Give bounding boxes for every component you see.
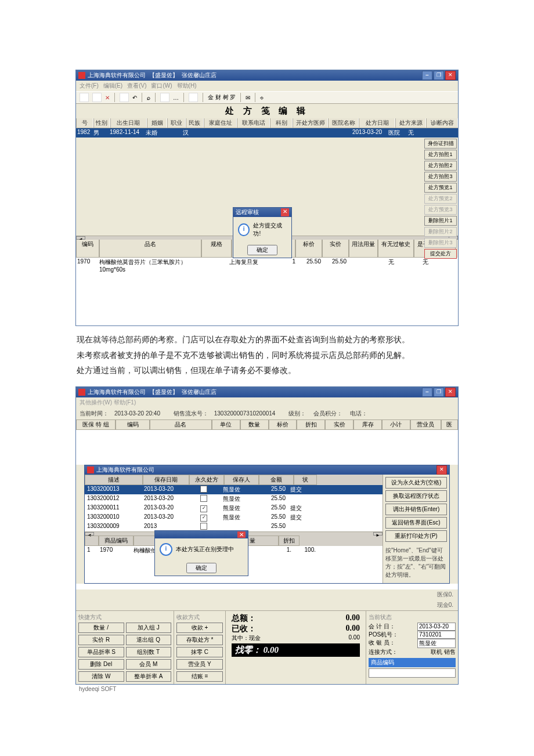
doc-icon[interactable] — [80, 93, 89, 102]
side-button[interactable]: 处方拍照1 — [424, 150, 457, 160]
barcode-input[interactable] — [369, 668, 456, 678]
list-item[interactable]: 13032000122013-03-20熊显佐25.50 — [85, 494, 383, 504]
menubar[interactable]: 文件(F)编辑(E)查看(V)窗口(W)帮助(H) — [76, 81, 458, 91]
col-header: 描述 — [85, 475, 143, 485]
col-header — [85, 536, 99, 546]
quick-button[interactable]: 会员 M — [126, 659, 172, 670]
quick-button[interactable]: 结账 = — [176, 671, 223, 682]
side-button[interactable]: 处方拍照2 — [424, 161, 457, 171]
dialog-close-icon[interactable]: ✕ — [237, 531, 246, 538]
quick-button[interactable]: 删除 Del — [78, 659, 124, 670]
titlebar-1: 上海海典软件有限公司 【盛显佐】 张佐馨山庄店 ‒ ❐ ✕ — [76, 70, 458, 81]
col-header: 金额 — [259, 475, 294, 485]
side-button[interactable]: 处方预览1 — [424, 183, 457, 193]
inner-close-icon[interactable]: ✕ — [436, 465, 447, 475]
title-bracket: 【盛显佐】 — [149, 71, 178, 79]
col-header: 永久处方 — [189, 475, 224, 485]
col-header: 标价 — [269, 419, 297, 430]
col-header: 有无过敏史 — [378, 240, 414, 258]
col-header: 编码 — [76, 240, 99, 258]
side-buttons: 身份证扫描处方拍照1处方拍照2处方拍照3处方预览1处方预览2处方预览3删除照片1… — [424, 139, 457, 259]
col-header: 科别 — [270, 118, 293, 128]
app-title: 上海海典软件有限公司 — [88, 71, 146, 79]
quick-button[interactable]: 单品折率 S — [78, 647, 124, 657]
col-header: 医院名称 — [328, 118, 359, 128]
col-header: 号 — [76, 118, 93, 128]
infoline: 当前时间：2013-03-20 20:40 销售流水号：130320000731… — [76, 408, 458, 419]
quick-button[interactable]: 收款 + — [176, 623, 223, 633]
quick-button[interactable]: 清除 W — [78, 671, 124, 682]
chart-icon[interactable] — [189, 93, 198, 102]
col-header: 家庭住址 — [204, 118, 237, 128]
col-header: 保存日期 — [143, 475, 189, 485]
col-header: 品名 — [150, 419, 212, 430]
action-button[interactable]: 换取远程医疗状态 — [385, 490, 447, 502]
col-header: 出生日期 — [110, 118, 147, 128]
col-header: 用法用量 — [349, 240, 378, 258]
quick-button[interactable]: 数量 / — [78, 623, 124, 633]
info-icon: i — [160, 543, 172, 556]
restore-button[interactable]: ❐ — [434, 388, 444, 397]
col-header: 诊断内容 — [426, 118, 458, 128]
quick-button[interactable]: 整单折率 A — [126, 671, 172, 682]
col-header: 库存 — [353, 419, 382, 430]
col-header: 状 — [294, 475, 317, 485]
titlebar-2: 上海海典软件有限公司 【盛显佐】 张佐馨山庄店 ‒ ❐ ✕ — [76, 387, 458, 397]
col-header: 品名 — [99, 240, 201, 258]
side-button[interactable]: 删除照片3 — [424, 238, 457, 248]
save-icon[interactable] — [120, 93, 129, 102]
min-button[interactable]: ‒ — [422, 388, 432, 397]
col-header: 职业 — [167, 118, 185, 128]
col-header: 编码 — [116, 419, 150, 430]
dialog-close-icon[interactable]: ✕ — [281, 208, 289, 216]
menubar-2[interactable]: 其他操作(W) 帮助(F1) — [76, 397, 458, 408]
close-button[interactable]: ✕ — [445, 388, 456, 397]
toolbar[interactable]: ✕ ↶ ⌕ … 金 财 树 罗 ✉ ⎆ — [76, 91, 458, 104]
close-button[interactable]: ✕ — [445, 71, 456, 80]
window-pos: 上海海典软件有限公司 【盛显佐】 张佐馨山庄店 ‒ ❐ ✕ 其他操作(W) 帮助… — [75, 386, 459, 685]
min-button[interactable]: ‒ — [422, 71, 432, 80]
action-button[interactable]: 调出并销售(Enter) — [385, 504, 447, 515]
col-header: 标价 — [295, 240, 322, 258]
col-header: 规格 — [201, 240, 232, 258]
action-button[interactable]: 重新打印处方(P) — [385, 530, 447, 542]
side-button[interactable]: 处方预览2 — [424, 194, 457, 204]
window-rx-editor: 上海海典软件有限公司 【盛显佐】 张佐馨山庄店 ‒ ❐ ✕ 文件(F)编辑(E)… — [75, 70, 459, 326]
print-icon[interactable] — [160, 93, 169, 102]
side-button[interactable]: 处方预览3 — [424, 205, 457, 215]
col-header: 实价 — [325, 419, 353, 430]
dialog-processing: ✕ i本处方笺正在别受理中 确定 — [154, 530, 248, 576]
list-item[interactable]: 13032000132013-03-20熊显佐25.50提交 — [85, 485, 383, 494]
inner-saved-rx-window: 上海海典软件有限公司 ✕ 描述保存日期永久处方保存人金额状 1303200013… — [84, 465, 450, 584]
quick-button[interactable]: 抹零 C — [176, 647, 223, 657]
col-header: 数量 — [240, 419, 269, 430]
app-icon — [78, 72, 85, 79]
quick-button[interactable]: 存取处方 * — [176, 635, 223, 645]
side-button[interactable]: 删除照片1 — [424, 216, 457, 226]
list-item[interactable]: 13032000102013-03-20✓熊显佐25.50提交 — [85, 513, 383, 522]
statusbar: hydeeqi SOFT — [75, 685, 459, 693]
app-icon — [87, 466, 94, 473]
action-button[interactable]: 设为永久处方(空格) — [385, 477, 447, 489]
edit-icon[interactable] — [92, 93, 102, 102]
dialog-ok-button[interactable]: 确定 — [247, 245, 277, 255]
side-button[interactable]: 处方拍照3 — [424, 172, 457, 182]
side-button[interactable]: 身份证扫描 — [424, 139, 457, 149]
detail-row[interactable]: 1970 枸橼酸他莫昔芬片（三苯氧胺片）10mg*60s 上海复旦复 1 25.… — [76, 258, 458, 273]
col-header: 民族 — [186, 118, 204, 128]
action-button[interactable]: 返回销售界面(Esc) — [385, 517, 447, 529]
quick-button[interactable]: 组别数 T — [126, 647, 172, 657]
col-header: 营业员 — [410, 419, 441, 430]
quick-button[interactable]: 加入组 J — [126, 623, 172, 633]
quick-button[interactable]: 退出组 Q — [126, 635, 172, 645]
side-button[interactable]: 提交处方 — [424, 249, 457, 259]
quick-button[interactable]: 营业员 Y — [176, 659, 223, 670]
side-button[interactable]: 删除照片2 — [424, 227, 457, 237]
quick-button[interactable]: 实价 R — [78, 635, 124, 645]
col-header: 折扣 — [279, 536, 300, 546]
dialog-submit-ok: 远程审核✕ i处方提交成功! 确定 — [233, 207, 292, 258]
max-button[interactable]: ❐ — [434, 71, 444, 80]
list-item[interactable]: 13032000112013-03-20✓熊显佐25.50提交 — [85, 504, 383, 513]
patient-row[interactable]: 1982 男 1982-11-14 未婚 汉 2013-03-20 医院 无 — [76, 128, 458, 138]
dialog-ok-button[interactable]: 确定 — [186, 563, 217, 573]
